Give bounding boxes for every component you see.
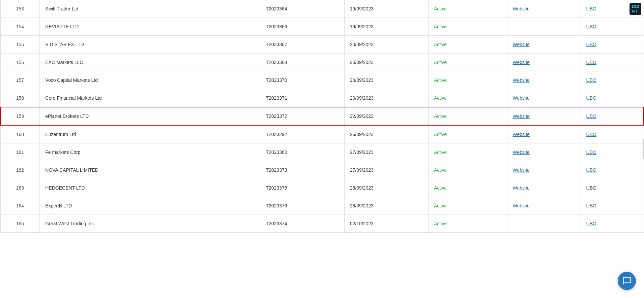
ubo-link[interactable]: UBO [586, 113, 596, 119]
table-row: 161Fe markets CorpT202336027/09/2023Acti… [0, 143, 644, 161]
website-cell: Website [507, 0, 581, 18]
status-cell: Active [428, 215, 507, 233]
ubo-link[interactable]: UBO [586, 42, 596, 47]
website-link[interactable]: Website [513, 60, 530, 65]
table-row: 162NOVA CAPITAL LIMITEDT202337327/09/202… [0, 161, 644, 179]
ubo-link[interactable]: UBO [586, 150, 596, 155]
status-cell: Active [428, 54, 507, 71]
website-cell [507, 18, 581, 36]
status-cell: Active [428, 71, 507, 89]
ubo-cell: UBO [581, 71, 644, 89]
ubo-link[interactable]: UBO [586, 203, 596, 208]
status-badge[interactable]: Active [434, 132, 447, 137]
table-row: 154REVIARTE LTDT202336619/09/2023ActiveU… [0, 18, 644, 36]
status-badge[interactable]: Active [434, 24, 447, 29]
company-name: S D STAR FX LTD [40, 36, 260, 54]
ubo-link[interactable]: UBO [586, 132, 596, 137]
company-name: EXC Markets LLC [40, 54, 260, 71]
registration-date: 19/09/2023 [344, 0, 428, 18]
corner-widget: 23.3 K/s [630, 3, 641, 15]
website-link[interactable]: Website [513, 150, 530, 155]
ubo-cell: UBO [581, 179, 644, 197]
status-badge[interactable]: Active [434, 150, 447, 155]
company-name: HEDGECENT LTD [40, 179, 260, 197]
scrollbar[interactable] [643, 139, 644, 159]
website-cell: Website [507, 54, 581, 71]
status-badge[interactable]: Active [434, 167, 447, 173]
website-cell: Website [507, 197, 581, 215]
website-link[interactable]: Website [513, 203, 530, 208]
reference-number: T2023366 [260, 18, 344, 36]
row-number: 157 [0, 71, 40, 89]
row-number: 165 [0, 215, 40, 233]
status-badge[interactable]: Active [434, 6, 447, 11]
reference-number: T2023372 [260, 107, 344, 125]
website-cell: Website [507, 125, 581, 143]
ubo-link[interactable]: UBO [586, 60, 596, 65]
ubo-link[interactable]: UBO [586, 77, 596, 83]
registrants-table-container: 153Swift Trader LtdT202336419/09/2023Act… [0, 0, 644, 233]
ubo-link[interactable]: UBO [586, 6, 596, 11]
row-number: 154 [0, 18, 40, 36]
registration-date: 28/09/2023 [344, 197, 428, 215]
row-number: 155 [0, 36, 40, 54]
website-cell: Website [507, 143, 581, 161]
ubo-cell: UBO [581, 143, 644, 161]
company-name: NOVA CAPITAL LIMITED [40, 161, 260, 179]
reference-number: T2023292 [260, 125, 344, 143]
ubo-cell: UBO [581, 18, 644, 36]
website-link[interactable]: Website [513, 6, 530, 11]
status-badge[interactable]: Active [434, 77, 447, 83]
registration-date: 20/09/2023 [344, 89, 428, 107]
table-row: 157Voco Capital Markets LtdT202337020/09… [0, 71, 644, 89]
ubo-cell: UBO [581, 197, 644, 215]
ubo-cell: UBO [581, 215, 644, 233]
company-name: Voco Capital Markets Ltd [40, 71, 260, 89]
reference-number: T2023370 [260, 71, 344, 89]
ubo-text: UBO [586, 185, 596, 191]
reference-number: T2023376 [260, 197, 344, 215]
reference-number: T2023373 [260, 161, 344, 179]
row-number: 159 [0, 107, 40, 125]
company-name: REVIARTE LTD [40, 18, 260, 36]
company-name: ePlanet Brokers LTD [40, 107, 260, 125]
company-name: Great West Trading Inc [40, 215, 260, 233]
status-badge[interactable]: Active [434, 42, 447, 47]
website-link[interactable]: Website [513, 132, 530, 137]
ubo-link[interactable]: UBO [586, 221, 596, 226]
ubo-link[interactable]: UBO [586, 95, 596, 101]
website-cell: Website [507, 71, 581, 89]
company-name: Euzentrum Ltd [40, 125, 260, 143]
table-row: 165Great West Trading IncT202337402/10/2… [0, 215, 644, 233]
status-cell: Active [428, 0, 507, 18]
reference-number: T2023371 [260, 89, 344, 107]
status-badge[interactable]: Active [434, 60, 447, 65]
website-link[interactable]: Website [513, 167, 530, 173]
ubo-link[interactable]: UBO [586, 167, 596, 173]
website-link[interactable]: Website [513, 185, 530, 191]
ubo-cell: UBO [581, 107, 644, 125]
website-link[interactable]: Website [513, 113, 530, 119]
website-link[interactable]: Website [513, 95, 530, 101]
status-badge[interactable]: Active [434, 185, 447, 191]
table-row: 164ExpertB LTDT202337628/09/2023ActiveWe… [0, 197, 644, 215]
status-badge[interactable]: Active [434, 221, 447, 226]
table-row: 153Swift Trader LtdT202336419/09/2023Act… [0, 0, 644, 18]
row-number: 162 [0, 161, 40, 179]
row-number: 153 [0, 0, 40, 18]
ubo-cell: UBO [581, 125, 644, 143]
website-link[interactable]: Website [513, 77, 530, 83]
registration-date: 27/09/2023 [344, 161, 428, 179]
reference-number: T2023364 [260, 0, 344, 18]
row-number: 164 [0, 197, 40, 215]
status-cell: Active [428, 18, 507, 36]
status-badge[interactable]: Active [434, 113, 447, 119]
status-badge[interactable]: Active [434, 95, 447, 101]
table-row: 159ePlanet Brokers LTDT202337222/09/2023… [0, 107, 644, 125]
status-badge[interactable]: Active [434, 203, 447, 208]
website-link[interactable]: Website [513, 42, 530, 47]
registration-date: 20/09/2023 [344, 71, 428, 89]
registration-date: 19/09/2023 [344, 18, 428, 36]
registration-date: 20/09/2023 [344, 36, 428, 54]
ubo-link[interactable]: UBO [586, 24, 596, 29]
